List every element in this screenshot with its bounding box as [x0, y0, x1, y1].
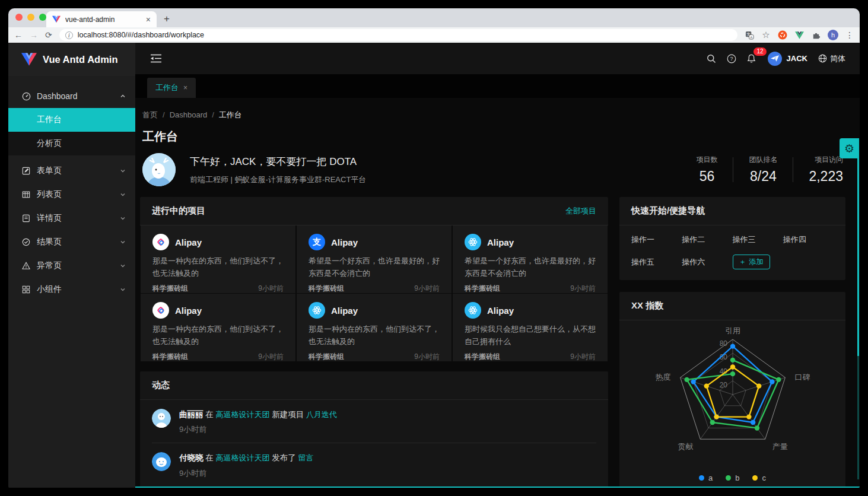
maximize-window-button[interactable] [39, 14, 46, 21]
site-info-icon[interactable]: i [65, 31, 73, 39]
sidebar-item-label: 异常页 [37, 260, 114, 271]
quick-link[interactable]: 操作六 [682, 257, 732, 268]
translate-icon[interactable]: 文A [745, 30, 754, 40]
feed-user[interactable]: 曲丽丽 [179, 410, 204, 419]
vertical-scrollbar-thumb[interactable] [857, 138, 859, 356]
language-label: 简体 [830, 53, 845, 64]
index-chart-card: XX 指数 引用口碑产量贡献热度20406080 abc [619, 292, 845, 488]
sidebar-item-workbench[interactable]: 工作台 [8, 108, 135, 132]
sidebar-item-exception[interactable]: 异常页 [8, 254, 135, 278]
chevron-down-icon [120, 239, 126, 245]
sidebar-item-dashboard[interactable]: Dashboard [8, 84, 135, 108]
sidebar-collapse-icon[interactable] [146, 49, 166, 69]
chevron-down-icon [120, 215, 126, 221]
dashboard-icon [21, 91, 31, 101]
quick-link[interactable]: 操作一 [631, 234, 682, 245]
page-tab-workbench[interactable]: 工作台 × [147, 78, 196, 98]
app-header: ? 12 JACK 简体 [135, 43, 860, 74]
extensions-puzzle-icon[interactable] [811, 30, 821, 40]
quick-nav-title: 快速开始/便捷导航 [631, 205, 834, 217]
project-tile[interactable]: Alipay 那是一种内在的东西，他们到达不了，也无法触及的 科学搬砖组9小时前 [140, 294, 296, 362]
chrome-profile-avatar[interactable]: h [828, 30, 838, 40]
quick-link[interactable]: 操作二 [682, 234, 732, 245]
project-tiles: Alipay 那是一种内在的东西，他们到达不了，也无法触及的 科学搬砖组9小时前… [140, 225, 608, 362]
breadcrumb-dashboard[interactable]: Dashboard [170, 110, 208, 119]
sidebar-item-list[interactable]: 列表页 [8, 183, 135, 206]
help-question-icon[interactable]: ? [721, 49, 742, 69]
vertical-scrollbar-track[interactable] [857, 356, 859, 479]
url-bar[interactable]: i localhost:8080/#/dashboard/workplace [59, 29, 737, 41]
project-tile[interactable]: Alipay 那时候我只会想自己想要什么，从不想自己拥有什么 科学搬砖组9小时前 [452, 294, 608, 362]
quick-link[interactable]: 操作四 [783, 234, 834, 245]
project-tile[interactable]: Alipay 希望是一个好东西，也许是最好的，好东西是不会消亡的 科学搬砖组9小… [452, 225, 608, 294]
browser-tab[interactable]: vue-antd-admin × [46, 11, 157, 27]
bookmark-star-icon[interactable]: ☆ [761, 30, 771, 40]
sidebar-item-widgets[interactable]: 小组件 [8, 278, 135, 301]
app-logo-text: Vue Antd Admin [43, 54, 118, 65]
project-tile[interactable]: Alipay 那是一种内在的东西，他们到达不了，也无法触及的 科学搬砖组9小时前 [140, 225, 296, 294]
all-projects-link[interactable]: 全部项目 [565, 206, 596, 217]
sidebar-item-label: 小组件 [37, 284, 114, 295]
add-button[interactable]: ＋添加 [733, 255, 770, 269]
welcome-title: 下午好，JACK，要不要打一把 DOTA [190, 155, 681, 168]
chevron-down-icon [120, 192, 126, 198]
svg-text:80: 80 [720, 339, 728, 348]
legend-dot-icon [726, 475, 731, 481]
quick-link[interactable]: 操作三 [733, 234, 783, 245]
feed-target-link[interactable]: 八月迭代 [306, 410, 337, 419]
minimize-window-button[interactable] [27, 14, 34, 21]
feed-target-link[interactable]: 留言 [298, 453, 314, 462]
quick-links: 操作一 操作二 操作三 操作四 操作五 操作六 ＋添加 [619, 225, 845, 280]
project-group[interactable]: 科学搬砖组 [465, 284, 570, 294]
feed-team-link[interactable]: 高逼格设计天团 [216, 410, 270, 419]
page-tab-close-icon[interactable]: × [183, 84, 187, 92]
chart-card-title: XX 指数 [631, 300, 834, 311]
sidebar-item-result[interactable]: 结果页 [8, 230, 135, 254]
forward-button[interactable]: → [30, 30, 38, 40]
quick-link[interactable]: 操作五 [631, 257, 682, 268]
app-logo[interactable]: Vue Antd Admin [8, 43, 135, 76]
projects-card: 进行中的项目 全部项目 Alipay 那是一种 [140, 197, 608, 362]
breadcrumb-home[interactable]: 首页 [142, 110, 158, 119]
chevron-down-icon [120, 287, 126, 292]
antd-logo-icon [152, 234, 169, 250]
project-time: 9小时前 [414, 352, 440, 362]
feed-team-link[interactable]: 高逼格设计天团 [216, 453, 270, 462]
project-tile[interactable]: 支 Alipay 希望是一个好东西，也许是最好的，好东西是不会消亡的 科学搬砖组… [296, 225, 452, 294]
search-icon[interactable] [701, 49, 721, 69]
project-group[interactable]: 科学搬砖组 [152, 352, 258, 362]
sidebar-item-form[interactable]: 表单页 [8, 159, 135, 183]
close-window-button[interactable] [15, 14, 23, 21]
project-group[interactable]: 科学搬砖组 [309, 352, 414, 362]
chrome-menu-icon[interactable]: ⋮ [845, 30, 854, 40]
reload-button[interactable]: ⟳ [45, 30, 52, 40]
dashboard-submenu: 工作台 分析页 [8, 108, 135, 155]
project-group[interactable]: 科学搬砖组 [309, 284, 414, 294]
user-menu[interactable]: JACK [768, 52, 807, 66]
project-group[interactable]: 科学搬砖组 [465, 352, 570, 362]
svg-text:热度: 热度 [656, 373, 671, 381]
tab-close-icon[interactable]: × [146, 15, 151, 24]
settings-gear-button[interactable]: ⚙ [840, 138, 859, 158]
extension-icon-vue-devtools[interactable] [794, 30, 804, 40]
sidebar-item-analysis[interactable]: 分析页 [8, 132, 135, 155]
back-button[interactable]: ← [14, 30, 23, 40]
notification-badge: 12 [753, 47, 766, 56]
legend-item[interactable]: a [699, 473, 713, 482]
extension-icon-orange[interactable] [778, 30, 787, 40]
sidebar-item-detail[interactable]: 详情页 [8, 206, 135, 230]
chevron-up-icon [120, 93, 126, 99]
project-tile[interactable]: Alipay 那是一种内在的东西，他们到达不了，也无法触及的 科学搬砖组9小时前 [296, 294, 452, 362]
horizontal-scrollbar-thumb[interactable] [135, 487, 860, 488]
legend-item[interactable]: c [752, 473, 766, 482]
svg-text:贡献: 贡献 [678, 442, 693, 451]
language-switcher[interactable]: 简体 [818, 53, 845, 64]
feed-user[interactable]: 付晓晓 [179, 453, 204, 462]
legend-item[interactable]: b [726, 473, 739, 482]
new-tab-button[interactable]: + [164, 13, 170, 25]
feed-time: 9小时前 [179, 468, 314, 479]
page-title: 工作台 [142, 129, 845, 145]
project-group[interactable]: 科学搬砖组 [152, 284, 258, 294]
notification-bell-icon[interactable]: 12 [742, 49, 762, 69]
browser-toolbar: ← → ⟳ i localhost:8080/#/dashboard/workp… [8, 27, 860, 43]
